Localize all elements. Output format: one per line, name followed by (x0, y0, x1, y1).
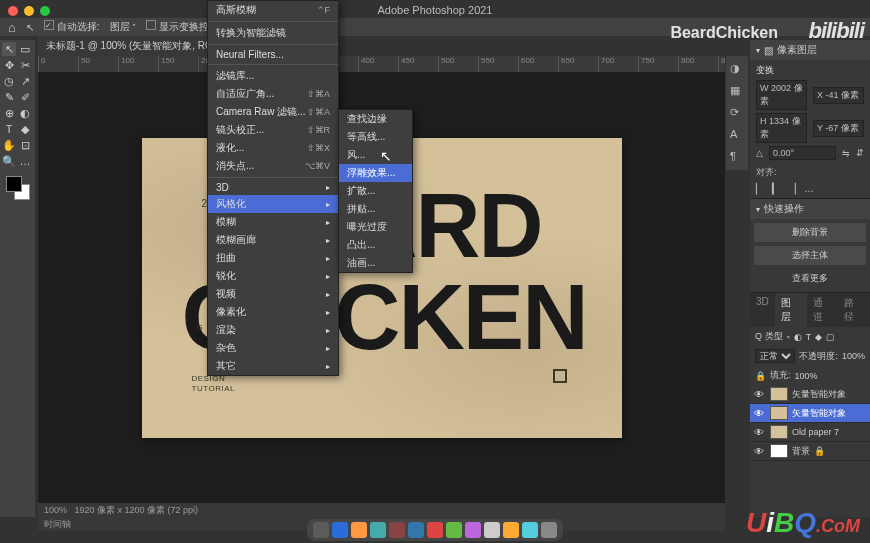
visibility-icon[interactable]: 👁 (754, 427, 766, 438)
layer-row[interactable]: 👁矢量智能对象 (750, 385, 870, 404)
menu-pixelate[interactable]: 像素化 (208, 303, 338, 321)
dock-app-0[interactable] (313, 522, 329, 538)
menu-3d[interactable]: 3D (208, 180, 338, 195)
layer-thumbnail[interactable] (770, 387, 788, 401)
dock-app-3[interactable] (370, 522, 386, 538)
dock-app-2[interactable] (351, 522, 367, 538)
menu-adaptive-wide[interactable]: 自适应广角...⇧⌘A (208, 85, 338, 103)
layer-row[interactable]: 👁矢量智能对象 (750, 404, 870, 423)
submenu-diffuse[interactable]: 扩散... (339, 182, 412, 200)
y-field[interactable]: Y -67 像素 (813, 120, 864, 137)
menu-render[interactable]: 渲染 (208, 321, 338, 339)
tool-1[interactable]: ▭ (18, 42, 32, 56)
flip-h-icon[interactable]: ⇋ (842, 148, 850, 158)
submenu-emboss[interactable]: 浮雕效果... (339, 164, 412, 182)
menu-sharpen[interactable]: 锐化 (208, 267, 338, 285)
menu-filter-gallery[interactable]: 滤镜库... (208, 67, 338, 85)
dock-app-4[interactable] (389, 522, 405, 538)
minimize-window-button[interactable] (24, 6, 34, 16)
menu-other[interactable]: 其它 (208, 357, 338, 375)
tool-13[interactable]: ⊡ (18, 138, 32, 152)
dock-app-9[interactable] (484, 522, 500, 538)
dock-app-1[interactable] (332, 522, 348, 538)
visibility-icon[interactable]: 👁 (754, 408, 766, 419)
color-panel-icon[interactable]: ◑ (730, 62, 744, 76)
view-more-link[interactable]: 查看更多 (754, 269, 866, 288)
tool-14[interactable]: 🔍 (2, 154, 16, 168)
tool-5[interactable]: ↗ (18, 74, 32, 88)
auto-select-checkbox[interactable] (44, 20, 54, 30)
align-left-icon[interactable]: ▏ (756, 183, 764, 194)
align-center-icon[interactable]: ▎ (772, 183, 780, 194)
flip-v-icon[interactable]: ⇵ (856, 148, 864, 158)
history-panel-icon[interactable]: ⟳ (730, 106, 744, 120)
menu-noise[interactable]: 杂色 (208, 339, 338, 357)
layer-row[interactable]: 👁Old paper 7 (750, 423, 870, 442)
dock-app-7[interactable] (446, 522, 462, 538)
tool-15[interactable]: … (18, 154, 32, 168)
dock-app-10[interactable] (503, 522, 519, 538)
filter-adjust-icon[interactable]: ◐ (794, 332, 802, 342)
filter-text-icon[interactable]: T (806, 332, 812, 342)
menu-stylize[interactable]: 风格化 (208, 195, 338, 213)
layer-thumbnail[interactable] (770, 444, 788, 458)
tool-0[interactable]: ↖ (2, 42, 16, 56)
menu-liquify[interactable]: 液化...⇧⌘X (208, 139, 338, 157)
submenu-extrude[interactable]: 凸出... (339, 236, 412, 254)
align-right-icon[interactable]: ▕ (788, 183, 796, 194)
submenu-oil-paint[interactable]: 油画... (339, 254, 412, 272)
tool-2[interactable]: ✥ (2, 58, 16, 72)
panel-tab-通道[interactable]: 通道 (807, 293, 839, 327)
dock-app-11[interactable] (522, 522, 538, 538)
color-swatches[interactable] (6, 176, 30, 200)
swatches-panel-icon[interactable]: ▦ (730, 84, 744, 98)
quick-actions-header[interactable]: 快速操作 (750, 199, 870, 219)
dock-app-12[interactable] (541, 522, 557, 538)
close-window-button[interactable] (8, 6, 18, 16)
tool-8[interactable]: ⊕ (2, 106, 16, 120)
menu-blur-gallery[interactable]: 模糊画廊 (208, 231, 338, 249)
blend-mode-select[interactable]: 正常 (755, 349, 795, 363)
menu-blur[interactable]: 模糊 (208, 213, 338, 231)
width-field[interactable]: W 2002 像素 (756, 80, 807, 110)
zoom-value[interactable]: 100% (44, 505, 67, 515)
panel-tab-图层[interactable]: 图层 (775, 293, 807, 327)
auto-select-dropdown[interactable]: 图层 (110, 20, 136, 34)
angle-field[interactable]: 0.00° (769, 146, 836, 160)
menu-neural-filters[interactable]: Neural Filters... (208, 47, 338, 62)
show-transform-checkbox[interactable] (146, 20, 156, 30)
submenu-tiles[interactable]: 拼贴... (339, 200, 412, 218)
submenu-find-edges[interactable]: 查找边缘 (339, 110, 412, 128)
height-field[interactable]: H 1334 像素 (756, 113, 807, 143)
panel-tab-3D[interactable]: 3D (750, 293, 775, 327)
submenu-solarize[interactable]: 曝光过度 (339, 218, 412, 236)
dock-app-5[interactable] (408, 522, 424, 538)
dock-app-6[interactable] (427, 522, 443, 538)
submenu-wind[interactable]: 风... (339, 146, 412, 164)
menu-last-filter[interactable]: 高斯模糊⌃F (208, 1, 338, 19)
layer-thumbnail[interactable] (770, 406, 788, 420)
tool-9[interactable]: ◐ (18, 106, 32, 120)
character-panel-icon[interactable]: A (730, 128, 744, 142)
tool-12[interactable]: ✋ (2, 138, 16, 152)
remove-bg-button[interactable]: 删除背景 (754, 223, 866, 242)
dock-app-8[interactable] (465, 522, 481, 538)
layer-row[interactable]: 👁背景 🔒 (750, 442, 870, 461)
menu-camera-raw[interactable]: Camera Raw 滤镜...⇧⌘A (208, 103, 338, 121)
filter-shape-icon[interactable]: ◆ (815, 332, 822, 342)
menu-lens-correction[interactable]: 镜头校正...⇧⌘R (208, 121, 338, 139)
panel-tab-路径[interactable]: 路径 (838, 293, 870, 327)
zoom-window-button[interactable] (40, 6, 50, 16)
menu-vanishing-point[interactable]: 消失点...⌥⌘V (208, 157, 338, 175)
filter-pixel-icon[interactable]: ▫ (787, 332, 790, 342)
opacity-value[interactable]: 100% (842, 351, 865, 361)
tool-3[interactable]: ✂ (18, 58, 32, 72)
select-subject-button[interactable]: 选择主体 (754, 246, 866, 265)
lock-icon[interactable]: 🔒 (755, 371, 766, 381)
tool-11[interactable]: ◆ (18, 122, 32, 136)
submenu-contour[interactable]: 等高线... (339, 128, 412, 146)
visibility-icon[interactable]: 👁 (754, 389, 766, 400)
filter-smart-icon[interactable]: ▢ (826, 332, 835, 342)
visibility-icon[interactable]: 👁 (754, 446, 766, 457)
tool-7[interactable]: ✐ (18, 90, 32, 104)
